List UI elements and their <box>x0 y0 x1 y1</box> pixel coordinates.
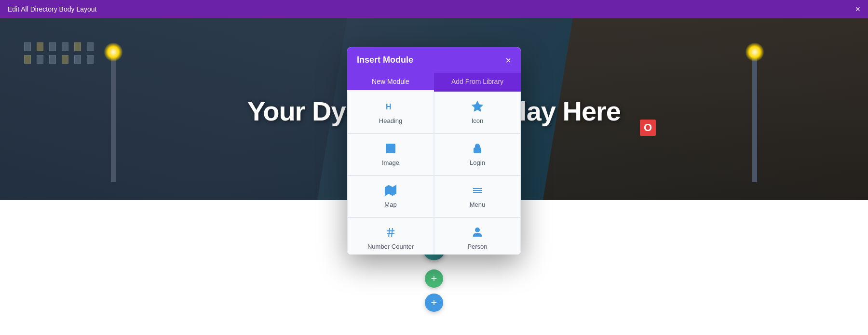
module-item-icon[interactable]: Icon <box>434 92 521 134</box>
image-label: Image <box>382 159 399 166</box>
modal-tabs: New Module Add From Library <box>347 73 521 92</box>
map-label: Map <box>384 201 396 208</box>
menu-icon <box>472 185 483 198</box>
insert-module-modal: Insert Module × New Module Add From Libr… <box>347 47 521 255</box>
svg-line-14 <box>389 228 390 237</box>
svg-rect-5 <box>474 148 481 153</box>
tab-new-module[interactable]: New Module <box>347 73 434 92</box>
module-item-map[interactable]: Map <box>347 175 434 217</box>
module-item-login[interactable]: Login <box>434 134 521 175</box>
background-scene: O Your Dynam Display Here + + Insert Mod… <box>0 18 868 335</box>
person-label: Person <box>467 243 487 250</box>
module-item-heading[interactable]: H Heading <box>347 92 434 134</box>
heading-label: Heading <box>379 117 402 124</box>
icon-module-icon <box>472 101 483 114</box>
number-counter-icon <box>385 227 396 240</box>
module-item-menu[interactable]: Menu <box>434 175 521 217</box>
svg-marker-6 <box>385 186 396 195</box>
svg-point-16 <box>475 228 479 232</box>
map-icon <box>385 185 396 198</box>
svg-text:H: H <box>386 103 392 111</box>
modal-overlay: Insert Module × New Module Add From Libr… <box>0 18 868 335</box>
icon-label: Icon <box>472 117 484 124</box>
image-icon <box>385 143 396 156</box>
svg-marker-2 <box>473 102 482 111</box>
module-item-number-counter[interactable]: Number Counter <box>347 217 434 255</box>
module-grid: H Heading Icon Image <box>347 92 521 255</box>
menu-label: Menu <box>470 201 486 208</box>
module-item-person[interactable]: Person <box>434 217 521 255</box>
modal-close-button[interactable]: × <box>505 55 511 65</box>
module-item-image[interactable]: Image <box>347 134 434 175</box>
heading-icon: H <box>385 101 396 114</box>
top-bar-close-button[interactable]: × <box>855 5 860 13</box>
login-icon <box>472 143 483 156</box>
person-icon <box>472 227 483 240</box>
modal-title: Insert Module <box>357 55 413 65</box>
modal-header: Insert Module × <box>347 47 521 73</box>
tab-add-from-library[interactable]: Add From Library <box>434 73 521 92</box>
login-label: Login <box>470 159 485 166</box>
svg-line-15 <box>392 228 393 237</box>
top-bar: Edit All Directory Body Layout × <box>0 0 868 18</box>
number-counter-label: Number Counter <box>367 243 414 250</box>
top-bar-title: Edit All Directory Body Layout <box>8 5 96 13</box>
svg-point-4 <box>388 146 390 147</box>
